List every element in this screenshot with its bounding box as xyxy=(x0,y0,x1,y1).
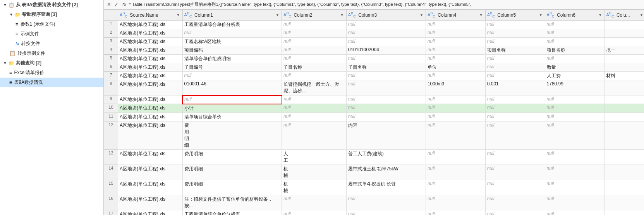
table-row[interactable]: 4A区地块(单位工程).xls项目编码null010101002004null项… xyxy=(104,46,644,55)
table-row[interactable]: 2A区地块(单位工程).xlsnullnullnullnullnullnull xyxy=(104,29,644,38)
col-header-col2[interactable]: ABC Column2 ▼ xyxy=(282,10,347,21)
filter-btn-col1[interactable]: ▼ xyxy=(275,13,280,17)
col-col2-label: Column2 xyxy=(294,12,312,17)
table-row[interactable]: 8A区地块(单位工程).xls010001-46长臂挖掘机挖一般土方、淤泥、流砂… xyxy=(104,80,644,95)
abc-icon-col3: ABC xyxy=(348,12,356,17)
filter-btn-col2[interactable]: ▼ xyxy=(340,13,345,17)
sidebar-from-table-header[interactable]: ▼ 📋 从 表9A数据清洗 转换文件 [2] xyxy=(0,0,103,10)
expand-arrow-icon: ▼ xyxy=(3,3,7,7)
table-row[interactable]: 6A区地块(单位工程).xls子目编号子目名称子目名称单位null数量 xyxy=(104,63,644,72)
table-row[interactable]: 14A区地块(单位工程).xls费用明细机 械履带式推土机 功率75kWnull… xyxy=(104,165,644,180)
cell-more xyxy=(605,95,644,104)
main-content: ✕ ✓ fx = Table.TransformColumnTypes(扩展的表… xyxy=(104,0,644,215)
cell-col5: 0.001 xyxy=(485,80,545,95)
col-header-col3[interactable]: ABC Column3 ▼ xyxy=(346,10,426,21)
row-number: 15 xyxy=(104,180,118,195)
row-number: 6 xyxy=(104,63,118,72)
col-header-col5[interactable]: ABC Column5 ▼ xyxy=(485,10,545,21)
table-row[interactable]: 17A区地块(单位工程).xls工程量清单综合单价分析表nullnullnull… xyxy=(104,210,644,215)
col-header-source[interactable]: ABC Source.Name ▼ xyxy=(118,10,182,21)
cell-col4: null xyxy=(426,46,485,55)
cell-source: A区地块(单位工程).xls xyxy=(118,95,182,104)
cell-col5: null xyxy=(485,29,545,38)
cell-col4: null xyxy=(426,72,485,80)
sidebar-from-table-label: 从 表9A数据清洗 转换文件 [2] xyxy=(16,2,78,8)
table-row[interactable]: 12A区地块(单位工程).xls费 用 明 细null内容nullnullnul… xyxy=(104,121,644,149)
cell-col5: null xyxy=(485,38,545,46)
filter-btn-col4[interactable]: ▼ xyxy=(479,13,484,17)
col-header-col4[interactable]: ABC Column4 ▼ xyxy=(426,10,485,21)
sidebar-table9a-label: 表9A数据清洗 xyxy=(14,79,43,86)
cell-col3: null xyxy=(346,80,426,95)
cell-col2: 子目名称 xyxy=(282,63,347,72)
sidebar-item-table9a[interactable]: ≡ 表9A数据清洗 xyxy=(0,78,103,87)
col-header-col1[interactable]: ABC Column1 ▼ xyxy=(182,10,282,21)
formula-bar: ✕ ✓ fx = Table.TransformColumnTypes(扩展的表… xyxy=(104,0,644,9)
filter-btn-col3[interactable]: ▼ xyxy=(419,13,424,17)
filter-btn-col6[interactable]: ▼ xyxy=(598,13,603,17)
table-row[interactable]: 10A区地块(单位工程).xls小计nullnullnullnullnull xyxy=(104,104,644,113)
fx-icon: fx xyxy=(15,41,19,47)
table-row[interactable]: 15A区地块(单位工程).xls费用明细机 械履带式单斗挖掘机 长臂nullnu… xyxy=(104,180,644,195)
sidebar-example-file-label: 示例文件 xyxy=(21,31,39,37)
table-row[interactable]: 13A区地块(单位工程).xls费用明细人 工普工人工费(建筑)nullnull… xyxy=(104,149,644,165)
col-header-more[interactable]: ABC Colu... ▼ xyxy=(605,10,644,21)
data-table-wrapper[interactable]: ABC Source.Name ▼ ABC Column1 ▼ ABC Colu… xyxy=(104,9,644,215)
cell-col2: null xyxy=(282,38,347,46)
cell-col1: 工程量清单综合单价分析表 xyxy=(182,21,282,29)
table-row[interactable]: 11A区地块(单位工程).xls清单项目综合单价nullnullnullnull… xyxy=(104,113,644,121)
table-row[interactable]: 7A区地块(单位工程).xlsnullnullnullnullnull人工费材料 xyxy=(104,72,644,80)
row-number: 14 xyxy=(104,165,118,180)
col-more-label: Colu... xyxy=(617,12,630,17)
sidebar-excel-price-label: Excel清单报价 xyxy=(14,69,44,76)
row-number: 8 xyxy=(104,80,118,95)
cell-col6: null xyxy=(545,210,605,215)
table-icon3: ≡ xyxy=(9,80,12,85)
cell-more xyxy=(605,210,644,215)
row-number: 12 xyxy=(104,121,118,149)
cell-col6: null xyxy=(545,104,605,113)
cell-more xyxy=(605,55,644,63)
row-number: 13 xyxy=(104,149,118,165)
row-number: 11 xyxy=(104,113,118,121)
table-row[interactable]: 1A区地块(单位工程).xls工程量清单综合单价分析表nullnullnulln… xyxy=(104,21,644,29)
filter-btn-more[interactable]: ▼ xyxy=(639,13,644,17)
cell-col4: 单位 xyxy=(426,63,485,72)
table-row[interactable]: 16A区地块(单位工程).xls注：招标文件提供了暂估单价的材料设备，按...n… xyxy=(104,195,644,210)
cell-col5: null xyxy=(485,165,545,180)
confirm-button[interactable]: ✓ xyxy=(113,2,120,7)
expand-arrow-icon2: ▼ xyxy=(9,12,13,17)
cell-col1: null xyxy=(182,29,282,38)
sidebar-item-transform-example[interactable]: 📋 转换示例文件 xyxy=(0,49,103,58)
col-source-label: Source.Name xyxy=(130,12,158,17)
cell-col5: null xyxy=(485,21,545,29)
col-header-col6[interactable]: ABC Column6 ▼ xyxy=(545,10,605,21)
table-row[interactable]: 5A区地块(单位工程).xls清单综合单价组成明细nullnullnullnul… xyxy=(104,55,644,63)
sidebar-item-example-file[interactable]: ≡ 示例文件 xyxy=(0,29,103,39)
cell-col3: null xyxy=(346,210,426,215)
filter-btn-source[interactable]: ▼ xyxy=(176,13,181,17)
table-row[interactable]: 3A区地块(单位工程).xls工程名称:A区地块nullnullnullnull… xyxy=(104,38,644,46)
cell-more xyxy=(605,113,644,121)
cell-col6: null xyxy=(545,21,605,29)
cell-col1: 子目编号 xyxy=(182,63,282,72)
row-number: 1 xyxy=(104,21,118,29)
cell-col4: null xyxy=(426,180,485,195)
filter-btn-col5[interactable]: ▼ xyxy=(538,13,543,17)
cell-col5: null xyxy=(485,72,545,80)
cell-col3: null xyxy=(346,195,426,210)
sidebar-item-param1[interactable]: ≡ 参数1 (示例文件) xyxy=(0,19,103,29)
cancel-button[interactable]: ✕ xyxy=(105,2,113,7)
table-row[interactable]: 9A区地块(单位工程).xlsnullnullnullnullnullnull xyxy=(104,95,644,104)
sidebar: ▼ 📋 从 表9A数据清洗 转换文件 [2] ▼ 📁 帮助程序查询 [3] ≡ … xyxy=(0,0,104,215)
sidebar-other-query-header[interactable]: ▼ 📁 其他查询 [2] xyxy=(0,58,103,68)
sidebar-item-excel-price[interactable]: ≡ Excel清单报价 xyxy=(0,68,103,78)
sidebar-helper-query-header[interactable]: ▼ 📁 帮助程序查询 [3] xyxy=(0,10,103,19)
sidebar-item-transform-file[interactable]: fx 转换文件 xyxy=(0,39,103,49)
cell-col2: null xyxy=(282,113,347,121)
row-number: 9 xyxy=(104,95,118,104)
cell-col6: 项目名称 xyxy=(545,46,605,55)
abc-icon-source: ABC xyxy=(120,12,127,17)
cell-col5: null xyxy=(485,95,545,104)
col-col3-label: Column3 xyxy=(358,12,377,17)
